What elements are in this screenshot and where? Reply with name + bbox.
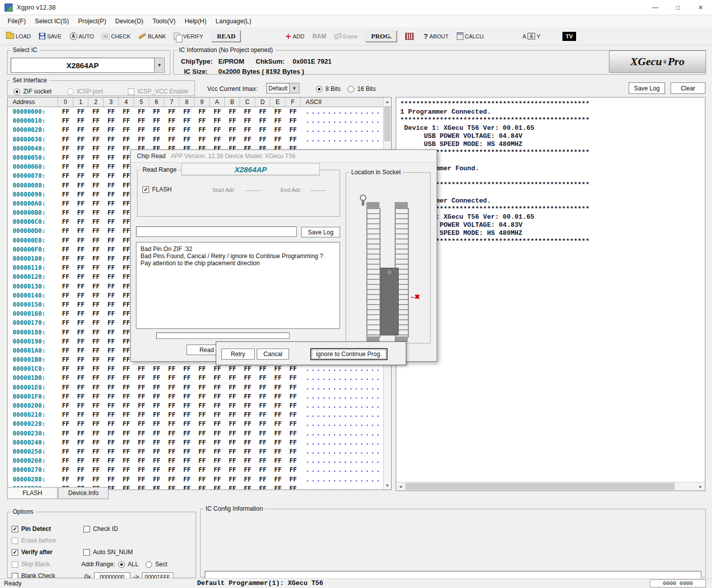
hex-byte-cell[interactable]: FF: [104, 309, 119, 318]
hex-byte-cell[interactable]: FF: [58, 199, 73, 208]
hex-byte-cell[interactable]: FF: [104, 181, 119, 190]
hex-byte-cell[interactable]: FF: [134, 465, 149, 474]
hex-byte-cell[interactable]: FF: [88, 447, 104, 456]
dialog-save-log-button[interactable]: Save Log: [301, 227, 340, 237]
hex-byte-cell[interactable]: FF: [119, 364, 134, 373]
hex-byte-cell[interactable]: FF: [225, 392, 240, 401]
hex-byte-cell[interactable]: FF: [58, 438, 73, 447]
hex-byte-cell[interactable]: FF: [58, 328, 73, 337]
hex-ascii-cell[interactable]: ................: [301, 410, 383, 419]
hex-byte-cell[interactable]: FF: [58, 153, 73, 162]
hex-byte-cell[interactable]: FF: [134, 107, 149, 116]
addr-range-sect-radio[interactable]: [146, 561, 152, 568]
hex-byte-cell[interactable]: FF: [104, 144, 119, 153]
hex-byte-cell[interactable]: FF: [255, 116, 270, 125]
hex-byte-cell[interactable]: FF: [73, 144, 88, 153]
minimize-button[interactable]: —: [644, 0, 667, 15]
hex-ascii-cell[interactable]: ................: [301, 429, 383, 438]
hex-byte-cell[interactable]: FF: [104, 364, 119, 373]
verify-button[interactable]: VERIFY: [174, 33, 203, 39]
hex-byte-cell[interactable]: FF: [104, 355, 119, 364]
tab-device-info[interactable]: Device.Info: [58, 487, 109, 499]
hex-byte-cell[interactable]: FF: [286, 484, 301, 489]
hex-byte-cell[interactable]: FF: [104, 162, 119, 171]
hex-byte-cell[interactable]: FF: [104, 447, 119, 456]
hex-byte-cell[interactable]: FF: [58, 107, 73, 116]
hex-byte-cell[interactable]: FF: [240, 484, 255, 489]
hex-byte-cell[interactable]: FF: [119, 465, 134, 474]
hex-byte-cell[interactable]: FF: [286, 135, 301, 144]
hex-byte-cell[interactable]: FF: [195, 419, 210, 428]
hex-byte-cell[interactable]: FF: [240, 475, 255, 484]
hex-byte-cell[interactable]: FF: [73, 282, 88, 291]
scroll-down-icon[interactable]: ▼: [384, 481, 391, 489]
hex-byte-cell[interactable]: FF: [210, 364, 225, 373]
erase-before-checkbox[interactable]: Erase before: [12, 537, 56, 544]
hex-byte-cell[interactable]: FF: [149, 456, 164, 465]
hex-byte-cell[interactable]: FF: [164, 447, 179, 456]
scrollbar-thumb[interactable]: [384, 106, 391, 141]
hex-byte-cell[interactable]: FF: [104, 328, 119, 337]
prog-button[interactable]: PROG.: [365, 30, 397, 42]
hex-byte-cell[interactable]: FF: [149, 135, 164, 144]
hex-ascii-cell[interactable]: ................: [301, 364, 383, 373]
hex-byte-cell[interactable]: FF: [149, 373, 164, 382]
hex-byte-cell[interactable]: FF: [270, 116, 286, 125]
hex-byte-cell[interactable]: FF: [88, 190, 104, 199]
hex-byte-cell[interactable]: FF: [149, 438, 164, 447]
hex-byte-cell[interactable]: FF: [104, 125, 119, 134]
hex-byte-cell[interactable]: FF: [240, 125, 255, 134]
hex-byte-cell[interactable]: FF: [179, 456, 195, 465]
hex-byte-cell[interactable]: FF: [255, 475, 270, 484]
hex-byte-cell[interactable]: FF: [58, 116, 73, 125]
hex-byte-cell[interactable]: FF: [58, 263, 73, 272]
hex-byte-cell[interactable]: FF: [104, 226, 119, 235]
hex-byte-cell[interactable]: FF: [134, 392, 149, 401]
hex-byte-cell[interactable]: FF: [286, 107, 301, 116]
hex-byte-cell[interactable]: FF: [134, 135, 149, 144]
hex-byte-cell[interactable]: FF: [58, 181, 73, 190]
hex-byte-cell[interactable]: FF: [73, 226, 88, 235]
hex-byte-cell[interactable]: FF: [225, 465, 240, 474]
hex-byte-cell[interactable]: FF: [73, 328, 88, 337]
hex-byte-cell[interactable]: FF: [88, 309, 104, 318]
hex-byte-cell[interactable]: FF: [179, 475, 195, 484]
hex-byte-cell[interactable]: FF: [270, 125, 286, 134]
hex-byte-cell[interactable]: FF: [104, 135, 119, 144]
hex-byte-cell[interactable]: FF: [270, 107, 286, 116]
hex-byte-cell[interactable]: FF: [255, 419, 270, 428]
hex-byte-cell[interactable]: FF: [195, 383, 210, 392]
hex-byte-cell[interactable]: FF: [134, 116, 149, 125]
hex-byte-cell[interactable]: FF: [119, 373, 134, 382]
hex-ascii-cell[interactable]: ................: [301, 107, 383, 116]
hex-ascii-cell[interactable]: ................: [301, 438, 383, 447]
hex-byte-cell[interactable]: FF: [255, 392, 270, 401]
hex-ascii-cell[interactable]: ................: [301, 475, 383, 484]
hex-byte-cell[interactable]: FF: [286, 373, 301, 382]
hex-byte-cell[interactable]: FF: [119, 456, 134, 465]
hex-byte-cell[interactable]: FF: [179, 364, 195, 373]
hex-byte-cell[interactable]: FF: [164, 484, 179, 489]
hex-byte-cell[interactable]: FF: [58, 447, 73, 456]
hex-byte-cell[interactable]: FF: [88, 107, 104, 116]
hex-byte-cell[interactable]: FF: [240, 107, 255, 116]
hex-byte-cell[interactable]: FF: [58, 236, 73, 245]
hex-byte-cell[interactable]: FF: [240, 465, 255, 474]
hex-byte-cell[interactable]: FF: [104, 272, 119, 281]
hex-byte-cell[interactable]: FF: [73, 181, 88, 190]
ic-combo-value[interactable]: X2864AP: [11, 58, 155, 73]
hex-byte-cell[interactable]: FF: [58, 135, 73, 144]
hex-byte-cell[interactable]: FF: [225, 373, 240, 382]
hex-byte-cell[interactable]: FF: [73, 107, 88, 116]
hex-byte-cell[interactable]: FF: [195, 107, 210, 116]
hex-byte-cell[interactable]: FF: [73, 208, 88, 217]
hex-byte-cell[interactable]: FF: [58, 171, 73, 180]
hex-byte-cell[interactable]: FF: [210, 484, 225, 489]
hex-byte-cell[interactable]: FF: [88, 475, 104, 484]
ic-combo-dropdown-button[interactable]: ▼: [155, 58, 165, 73]
hex-byte-cell[interactable]: FF: [119, 401, 134, 410]
hex-byte-cell[interactable]: FF: [58, 245, 73, 254]
hex-byte-cell[interactable]: FF: [134, 429, 149, 438]
hex-byte-cell[interactable]: FF: [88, 419, 104, 428]
hex-byte-cell[interactable]: FF: [104, 300, 119, 309]
